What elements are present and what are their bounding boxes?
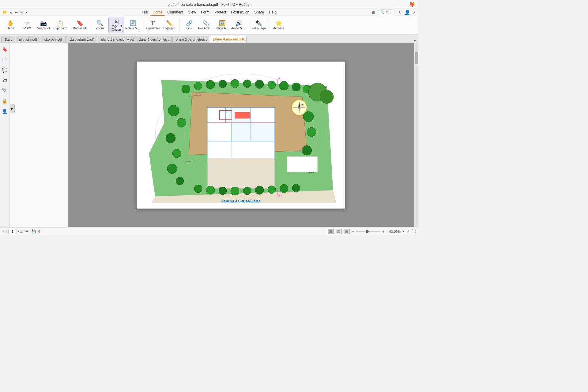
menu-view[interactable]: View [186,9,198,16]
link-btn[interactable]: 🔗 Link [181,17,197,33]
svg-point-28 [167,164,177,174]
sidebar-layers-icon[interactable]: 🏷 [1,77,8,84]
typewriter-btn[interactable]: T Typewriter [145,17,161,33]
activate-btn[interactable]: ⭐ Activate [271,17,287,33]
highlight-btn[interactable]: ✏️ Highlight [161,17,177,33]
page-fit-option-btn[interactable]: ⊡ Page FitOption [108,17,124,33]
hand-label: Hand [7,27,14,30]
tab-pl-solarium[interactable]: pl.solarium v.pdf [66,36,97,43]
typewriter-label: Typewriter [146,27,160,30]
zoom-slider[interactable] [356,231,380,232]
menu-file[interactable]: File [139,9,150,16]
sidebar-security-icon[interactable]: 🔒 [1,97,9,105]
clipboard-btn[interactable]: 📋 Clipboard [52,17,68,33]
menu-share[interactable]: Share [252,9,266,16]
tab-start[interactable]: Start [1,36,15,43]
ribbon-options[interactable]: ⊞ [372,10,375,15]
svg-point-46 [320,90,334,104]
save-status-btn[interactable]: 💾 [32,229,36,233]
svg-point-34 [182,85,190,93]
image-annotation-btn[interactable]: 🖼️ Image Annotation [214,17,230,33]
svg-point-43 [292,83,300,91]
sidebar-attachments-icon[interactable]: 📎 [1,87,9,95]
bookmark-btn[interactable]: 🔖 Bookmark [72,17,88,33]
title-bar: plano 4 parcela urbanizada.pdf - Foxit P… [0,0,418,9]
search-box[interactable]: 🔍 Find [378,9,395,15]
rotate-view-btn[interactable]: 🔄 Rotate View [125,17,141,33]
menu-form[interactable]: Form [198,9,212,16]
fill-sign-icon: ✒️ [255,21,262,26]
zoom-thumb[interactable] [366,230,369,233]
zoom-in-btn[interactable]: + [382,229,385,234]
link-label: Link [187,27,192,30]
status-bar: « ‹ / 1 › » 💾 🖨 ▤ ▥ ▦ − + 40.09% ▾ ⤢ ⛶ [0,227,418,235]
continuous-view-btn[interactable]: ▥ [336,229,342,234]
sidebar-toggle-btn[interactable]: ▶ [10,104,15,113]
fit-window-btn[interactable]: ⤢ [406,229,410,234]
clipboard-icon: 📋 [57,21,63,26]
snapshot-label: Snapshot [37,27,50,30]
qa-undo[interactable]: ↩ [15,10,18,15]
view-controls: ▤ ▥ ▦ − + 40.09% ▾ ⤢ ⛶ [328,229,416,234]
zoom-label: Zoom [96,27,104,30]
snapshot-btn[interactable]: 📷 Snapshot [36,17,51,33]
svg-point-37 [219,80,227,88]
print-status-btn[interactable]: 🖨 [37,230,40,233]
page-number-input[interactable] [8,229,17,234]
user-avatar[interactable]: 👤 [404,9,410,15]
menu-help[interactable]: Help [266,9,279,16]
window-minimize[interactable]: ∧ [413,10,416,15]
prev-page-btn[interactable]: ‹ [6,229,7,234]
tab-pl-baja[interactable]: pl.baja v.pdf [16,36,40,43]
tab-plano2[interactable]: plano 2 desmontes y r... [135,36,172,43]
tab-plano1-label: plano 1 situacion y par... [101,38,134,41]
app-title: plano 4 parcela urbanizada.pdf - Foxit P… [168,2,251,7]
menu-protect[interactable]: Protect [212,9,228,16]
first-page-btn[interactable]: « [2,229,5,234]
fill-sign-btn[interactable]: ✒️ Fill & Sign [251,17,267,33]
sidebar-pages-icon[interactable]: 📄 [1,56,9,64]
sidebar-bookmark-icon[interactable]: 🔖 [1,45,9,53]
file-attachment-btn[interactable]: 📎 File Attachment [198,17,214,33]
select-tool-btn[interactable]: ↗ Select [19,17,35,33]
tab-plano4[interactable]: plano 4 parcela urb... ✕ [210,36,247,43]
single-page-view-btn[interactable]: ▤ [328,229,334,234]
rotate-icon: 🔄 [130,21,136,26]
bookmark-label: Bookmark [73,27,87,30]
menu-comment[interactable]: Comment [165,9,186,16]
fullscreen-btn[interactable]: ⛶ [412,229,416,234]
menu-foxit-esign[interactable]: Foxit eSign [228,9,252,16]
sidebar-signatures-icon[interactable]: 👤 [1,107,9,115]
svg-point-24 [168,105,179,116]
right-scrollbar[interactable] [414,43,418,227]
qa-dropdown[interactable]: ▾ [25,10,27,14]
page-fit-icon: ⊡ [115,19,119,24]
tab-plano4-label: plano 4 parcela urb... [213,37,247,41]
pdf-viewer[interactable]: A B N PARCELA URBANIZADA superficie tota… [68,43,414,227]
sidebar-comments-icon[interactable]: 💬 [1,66,9,74]
svg-rect-14 [232,123,275,141]
last-page-btn[interactable]: » [26,229,28,234]
audio-video-btn[interactable]: 🔊 Audio & Video [231,17,247,33]
menu-home[interactable]: Home [150,9,165,16]
snapshot-icon: 📷 [40,21,47,26]
tab-pl-piso[interactable]: pl.piso v.pdf [41,36,66,43]
qa-redo[interactable]: ↪ [20,10,24,15]
tab-plano1[interactable]: plano 1 situacion y par... [98,36,134,43]
qa-print[interactable]: 🖨 [9,10,13,15]
zoom-out-btn[interactable]: − [352,229,354,234]
tab-scroll-btn[interactable]: ▾ [413,38,417,43]
search-icon: 🔍 [380,10,385,14]
more-options[interactable]: ⋮ [398,10,402,15]
page-sep: / [18,230,19,233]
two-page-view-btn[interactable]: ▦ [344,229,350,234]
zoom-dropdown-btn[interactable]: ▾ [402,229,404,233]
qa-open[interactable]: 📂 [2,10,7,15]
next-page-btn[interactable]: › [23,229,24,234]
zoom-btn[interactable]: 🔍 Zoom [92,17,108,33]
tab-plano3[interactable]: plano 3 parametros ur... [172,36,209,43]
hand-tool-btn[interactable]: ✋ Hand [2,17,18,33]
svg-point-52 [255,186,264,194]
page-navigation: « ‹ / 1 › » 💾 🖨 [2,229,40,234]
tab-start-label: Start [5,38,12,41]
